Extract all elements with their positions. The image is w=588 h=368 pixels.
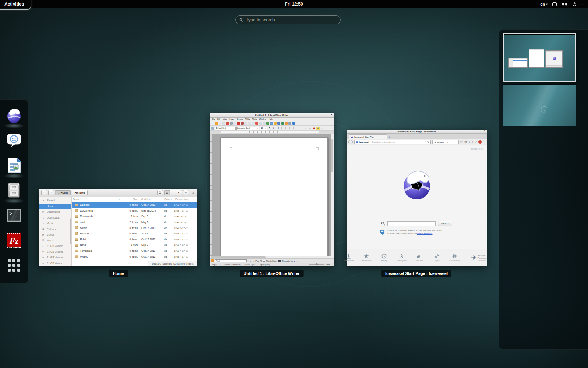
bg-color-icon[interactable]: ▱ <box>320 127 324 130</box>
writer-vertical-scrollbar[interactable] <box>331 134 334 256</box>
workspace-thumbnail-1[interactable] <box>503 33 576 82</box>
menu-button[interactable]: ≡ <box>183 190 189 195</box>
bookmark-star-icon[interactable]: ☆ <box>460 140 463 144</box>
restore-session-button[interactable]: Restore Previous Session <box>471 253 491 262</box>
column-header-name[interactable]: Name▼ <box>72 198 122 201</box>
close-icon[interactable]: × <box>484 130 485 132</box>
dash-item-chat[interactable] <box>2 128 26 152</box>
navigate-down-icon[interactable]: ▼ <box>297 260 299 262</box>
align-center-icon[interactable]: ≡ <box>284 127 287 130</box>
nonprinting-chars-icon[interactable] <box>288 122 291 125</box>
writer-page[interactable] <box>220 137 328 256</box>
save-icon[interactable] <box>219 122 222 125</box>
sidebar-item-home[interactable]: ⌂Home <box>39 204 71 209</box>
breadcrumb-home[interactable]: ⌂ Home <box>55 190 71 195</box>
sidebar-item-pictures[interactable]: ▣Pictures <box>39 226 71 232</box>
dash-item-apps[interactable] <box>2 254 26 277</box>
sidebar-item-recent[interactable]: ◔Recent <box>39 198 71 204</box>
highlight-icon[interactable]: ab <box>316 127 320 130</box>
list-view-button[interactable]: ≣ <box>164 190 170 195</box>
file-row-public[interactable]: Public0 itemsOct 17 2013Medrwxr-xr-x <box>72 237 197 243</box>
breadcrumb-pictures[interactable]: Pictures <box>72 190 88 195</box>
align-left-icon[interactable]: ≡ <box>280 127 283 130</box>
file-row-documents[interactable]: Documents0 itemsMar 28 2014Medrwxr-xr-x <box>72 208 197 214</box>
dash-item-iceweasel[interactable] <box>2 103 26 127</box>
toolbar-item-add-ons[interactable]: Add-ons <box>413 254 426 262</box>
volume-icon[interactable] <box>562 2 567 6</box>
navigator-icon[interactable] <box>281 122 284 125</box>
font-color-icon[interactable]: A <box>312 127 316 130</box>
tab-iceweasel-start-page[interactable]: Iceweasel Start Pa... × <box>349 134 387 139</box>
cut-icon[interactable] <box>244 122 247 125</box>
new-tab-button[interactable]: + <box>388 135 390 139</box>
toolbar-item-history[interactable]: History <box>378 254 390 262</box>
find-next-icon[interactable]: ▼ <box>252 260 254 262</box>
open-icon[interactable] <box>215 122 218 125</box>
underline-icon[interactable]: U <box>276 127 279 130</box>
screen-icon[interactable] <box>552 2 557 6</box>
dash-item-writer[interactable] <box>2 153 26 177</box>
menu-view[interactable]: View <box>223 118 227 120</box>
styles-icon[interactable] <box>211 127 214 130</box>
url-dropdown-icon[interactable]: ▾ <box>425 141 426 143</box>
back-button[interactable]: ‹ <box>41 190 47 195</box>
sidebar-item-21-gb-volume[interactable]: ▭21 GB Volume <box>39 261 71 266</box>
dash-item-files[interactable] <box>2 178 26 202</box>
file-row-temp[interactable]: temp1 itemSep 9Medrwxr-xr-x <box>72 242 197 248</box>
draw-functions-icon[interactable] <box>274 122 277 125</box>
print-icon[interactable] <box>230 122 233 125</box>
gallery-icon[interactable] <box>285 122 288 125</box>
justify-icon[interactable]: ≡ <box>292 127 295 130</box>
file-row-videos[interactable]: Videos0 itemsOct 17 2013Medrwxr-xr-x <box>72 254 197 259</box>
search-bar[interactable]: debian ▸ <box>432 140 459 144</box>
bookmarks-menu-icon[interactable]: ▤ <box>464 140 467 144</box>
workspace-thumbnail-2[interactable] <box>503 84 576 126</box>
font-size-combo[interactable]: 12▾ <box>260 127 267 130</box>
clock[interactable]: Fri 12:50 <box>0 1 588 7</box>
table-icon[interactable] <box>270 122 273 125</box>
column-header-owner[interactable]: Owner <box>163 198 174 201</box>
stop-icon[interactable] <box>478 140 482 144</box>
search-button[interactable] <box>157 190 163 195</box>
file-row-downloads[interactable]: Downloads1 itemSep 8Medrwxr-xr-x <box>72 213 197 219</box>
share-icon[interactable]: ↗ <box>475 140 477 144</box>
auto-spellcheck-icon[interactable] <box>241 122 244 125</box>
forward-button[interactable]: › <box>48 190 54 195</box>
bullet-list-icon[interactable]: ⁚ <box>300 127 304 130</box>
sidebar-item-documents[interactable]: ▤Documents <box>39 209 71 215</box>
view-options-button[interactable]: ▾ <box>176 190 182 195</box>
hyperlink-icon[interactable] <box>266 122 269 125</box>
downloads-icon[interactable]: ↓ <box>469 140 470 144</box>
start-search-input[interactable] <box>387 221 436 226</box>
menu-icon[interactable]: ≡ <box>483 140 485 144</box>
sidebar-item-downloads[interactable]: ↓Downloads <box>39 215 71 221</box>
grid-view-button[interactable]: ∷ <box>170 190 176 195</box>
back-button[interactable]: ← <box>348 140 353 144</box>
find-all-button[interactable]: Find All <box>255 260 262 262</box>
sidebar-scrollbar[interactable] <box>70 218 71 244</box>
dash-item-terminal[interactable] <box>2 204 26 227</box>
navigate-up-icon[interactable]: ▲ <box>294 260 296 262</box>
email-icon[interactable] <box>222 122 225 125</box>
file-row-music[interactable]: Music0 itemsOct 17 2013Medrwxr-xr-x <box>72 225 197 231</box>
match-case-checkbox[interactable] <box>263 260 265 262</box>
indent-less-icon[interactable]: « <box>304 127 308 130</box>
zoom-slider[interactable] <box>309 264 324 265</box>
menu-insert[interactable]: Insert <box>229 118 234 120</box>
toolbar-item-marketplace[interactable]: Marketplace <box>395 254 408 262</box>
find-input[interactable] <box>215 259 247 262</box>
file-row-mail[interactable]: mail2 itemsMay 5Medrwx------ <box>72 219 197 225</box>
writer-ruler[interactable] <box>210 131 334 134</box>
font-name-combo[interactable]: Liberation Serif▾ <box>236 127 259 130</box>
toolbar-item-bookmarks[interactable]: Bookmarks <box>360 254 373 262</box>
url-bar[interactable]: Iceweasel Search or enter address ▾ ↻ <box>354 140 431 144</box>
keyboard-indicator[interactable]: en ▾ <box>540 2 548 6</box>
tab-close-icon[interactable]: × <box>384 136 385 138</box>
find-previous-icon[interactable]: ▲ <box>250 260 251 262</box>
column-header-modified[interactable]: Modified <box>139 198 163 201</box>
sidebar-item-music[interactable]: ♪Music <box>39 220 71 226</box>
sidebar-item-videos[interactable]: ▶Videos <box>39 232 71 238</box>
menu-window[interactable]: Window <box>259 118 266 120</box>
print-preview-icon[interactable] <box>233 122 236 125</box>
menu-edit[interactable]: Edit <box>217 118 220 120</box>
